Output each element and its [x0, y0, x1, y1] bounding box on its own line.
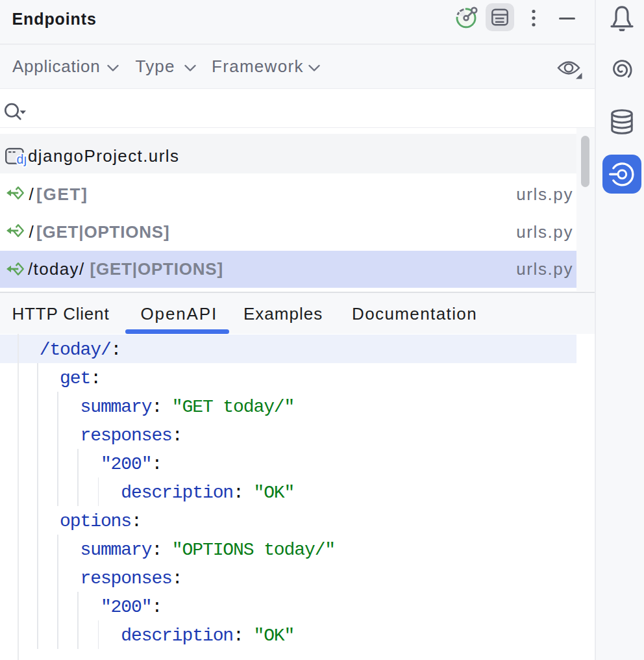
- svg-text:dȷ: dȷ: [17, 152, 27, 166]
